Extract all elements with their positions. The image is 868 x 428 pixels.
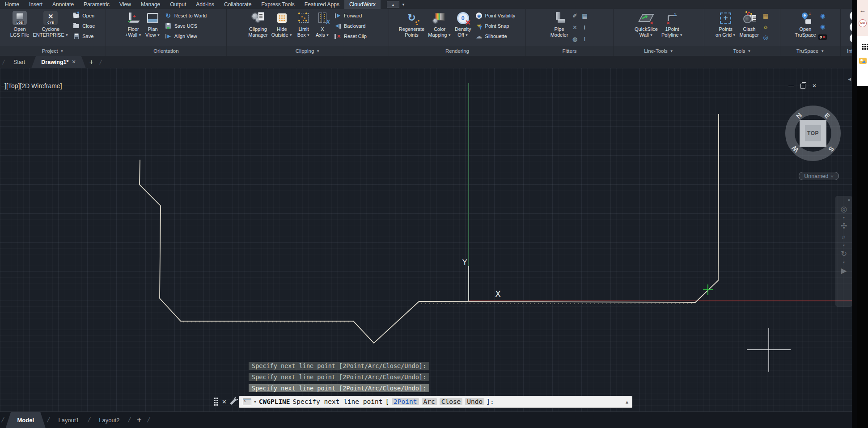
- tool-basket-icon[interactable]: ▦: [761, 11, 770, 20]
- reset-to-world-button[interactable]: ↻Reset to World: [165, 11, 207, 20]
- command-option-undo[interactable]: Undo: [465, 398, 484, 405]
- mw-badge[interactable]: MW: [859, 19, 867, 27]
- hide-outside-button[interactable]: HideOutside▼: [270, 10, 294, 46]
- fit-pen-icon[interactable]: ✐: [570, 11, 579, 20]
- density-off-button[interactable]: 0✕DensityOff▼: [453, 10, 473, 46]
- clash-manager-button[interactable]: ClashManager: [738, 10, 760, 46]
- menu-express-tools[interactable]: Express Tools: [256, 0, 299, 9]
- navigation-wheel-icon[interactable]: ◎: [841, 205, 847, 213]
- recent-commands-caret-icon[interactable]: ▼: [254, 400, 256, 404]
- point-visibility-button[interactable]: ◉Point Visibility: [475, 11, 516, 20]
- pan-icon[interactable]: ✣: [841, 222, 847, 230]
- align-view-button[interactable]: ▶Align View: [165, 32, 207, 41]
- close-button[interactable]: Close: [72, 21, 95, 30]
- open-lgs-file-button[interactable]: LGSOpenLGS File: [9, 10, 31, 46]
- chevron-down-icon[interactable]: ▼: [843, 216, 846, 219]
- menu-featured-apps[interactable]: Featured Apps: [300, 0, 344, 9]
- menu-output[interactable]: Output: [165, 0, 191, 9]
- backward-button[interactable]: Backward: [334, 21, 367, 30]
- menu-insert[interactable]: Insert: [24, 0, 47, 9]
- fit-sphere-icon[interactable]: ◍: [570, 34, 579, 43]
- image-icon[interactable]: [859, 58, 867, 64]
- view-name-dropdown[interactable]: Unnamed ▽: [799, 172, 839, 180]
- view-cube[interactable]: N E W S TOP: [785, 106, 841, 161]
- command-prompt-icon[interactable]: [243, 398, 251, 405]
- chevron-down-icon[interactable]: ▼: [843, 244, 846, 247]
- viewport-minimize-icon[interactable]: —: [788, 83, 794, 89]
- ribbon-options-caret-icon[interactable]: ▼: [402, 3, 405, 7]
- panel-label-project[interactable]: Project▼: [0, 46, 106, 56]
- fit-grid-icon[interactable]: ▦: [580, 11, 589, 20]
- points-on-grid-button[interactable]: +Pointson Grid▼: [714, 10, 737, 46]
- tab-close-icon[interactable]: ✕: [72, 59, 76, 65]
- command-option-arc[interactable]: Arc: [422, 398, 437, 405]
- ribbon-minimize-button[interactable]: ▲: [387, 1, 399, 8]
- reset-clip-button[interactable]: Reset Clip: [334, 32, 367, 41]
- panel-label-clipping[interactable]: Clipping▼: [227, 46, 389, 56]
- command-close-icon[interactable]: ✕: [222, 398, 227, 405]
- orbit-icon[interactable]: ↻: [841, 250, 847, 258]
- customize-wrench-icon[interactable]: [230, 398, 237, 405]
- tab-start[interactable]: Start: [7, 56, 31, 68]
- plan-view-button[interactable]: PlanView▼: [144, 10, 162, 46]
- layout-tab-layout1[interactable]: Layout1: [51, 412, 86, 428]
- limit-box-button[interactable]: LimitBox▼: [295, 10, 313, 46]
- command-option-close[interactable]: Close: [440, 398, 463, 405]
- viewport-controls-label[interactable]: −][Top][2D Wireframe]: [1, 82, 62, 89]
- menu-manage[interactable]: Manage: [136, 0, 165, 9]
- open-truspace-button[interactable]: +OpenTruSpace: [793, 10, 817, 46]
- ts-pin2-icon[interactable]: ◉: [818, 22, 827, 31]
- menu-home[interactable]: Home: [0, 0, 24, 9]
- fit-cross-icon[interactable]: ✕: [570, 23, 579, 32]
- apps-grid-icon[interactable]: [862, 44, 864, 45]
- menu-view[interactable]: View: [114, 0, 136, 9]
- tool-bulb-icon[interactable]: ☼: [761, 22, 770, 31]
- quickslice-wall-button[interactable]: ✕QuickSliceWall▼: [633, 10, 659, 46]
- layout-tab-model[interactable]: Model: [5, 412, 46, 428]
- panel-label-tools[interactable]: Tools▼: [704, 46, 780, 56]
- show-motion-icon[interactable]: ▶: [841, 267, 847, 275]
- menu-parametric[interactable]: Parametric: [79, 0, 114, 9]
- point-snap-button[interactable]: ✳Point Snap: [475, 21, 516, 30]
- viewport-restore-icon[interactable]: [800, 84, 805, 89]
- menu-annotate[interactable]: Annotate: [47, 0, 79, 9]
- chevron-down-icon[interactable]: ▼: [843, 261, 846, 264]
- pipe-modeler-button[interactable]: PipeModeler: [549, 10, 570, 46]
- 1point-polyline-button[interactable]: 1✕1PointPolyline▼: [660, 10, 684, 46]
- save-button[interactable]: Save: [72, 32, 95, 41]
- floor-wall-button[interactable]: +Floor+Wall▼: [124, 10, 143, 46]
- forward-button[interactable]: Forward: [334, 11, 367, 20]
- menu-collaborate[interactable]: Collaborate: [219, 0, 256, 9]
- fit-beam2-icon[interactable]: Ⅰ: [580, 34, 589, 43]
- viewport-close-icon[interactable]: ✕: [812, 83, 817, 89]
- clipping-manager-button[interactable]: ClippingManager: [247, 10, 269, 46]
- save-ucs-button[interactable]: Save UCS: [165, 21, 207, 30]
- view-cube-face[interactable]: TOP: [800, 120, 826, 147]
- silhouette-button[interactable]: ☁Silhouette: [475, 32, 516, 41]
- zoom-icon[interactable]: ⌕: [842, 233, 846, 241]
- cyclone-enterprise-button[interactable]: ✕CYECycloneENTERPRISE▼: [31, 10, 70, 46]
- command-expand-icon[interactable]: ▲: [626, 399, 628, 404]
- layout-tab-layout2[interactable]: Layout2: [92, 412, 127, 428]
- fit-beam-icon[interactable]: Ⅰ: [580, 23, 589, 32]
- new-tab-button[interactable]: +: [89, 58, 93, 66]
- ts-zerox-icon[interactable]: 0: [818, 33, 827, 42]
- color-mapping-button[interactable]: ColorMapping▼: [427, 10, 453, 46]
- drawing-viewport[interactable]: XY −][Top][2D Wireframe] — ✕ N E W S TOP…: [0, 68, 868, 411]
- navigation-bar[interactable]: ✕ ◎ ▼ ✣ ⌕ ▼ ↻ ▼ ▶: [835, 196, 852, 307]
- command-input-bar[interactable]: ▼ CWGPLINE Specify next line point [ 2Po…: [239, 396, 632, 408]
- tool-target-icon[interactable]: ◎: [761, 33, 770, 42]
- panel-label-line-tools[interactable]: Line-Tools▼: [614, 46, 704, 56]
- x-axis-button[interactable]: XXAxis▼: [313, 10, 331, 46]
- regenerate-points-button[interactable]: ↻RegeneratePoints: [398, 10, 426, 46]
- open-button[interactable]: Open: [72, 11, 95, 20]
- command-option-2point[interactable]: 2Point: [392, 398, 419, 405]
- menu-cloudworx[interactable]: CloudWorx: [344, 0, 381, 9]
- navbar-close-icon[interactable]: ✕: [847, 199, 851, 202]
- drag-handle-icon[interactable]: [214, 397, 218, 407]
- ts-pin1-icon[interactable]: ◉: [818, 11, 827, 20]
- tab-drawing1[interactable]: Drawing1* ✕: [31, 56, 85, 68]
- panel-label-truspace[interactable]: TruSpace▼: [780, 46, 840, 56]
- back-arrow-icon[interactable]: ←: [860, 6, 866, 14]
- new-layout-button[interactable]: +: [137, 415, 142, 425]
